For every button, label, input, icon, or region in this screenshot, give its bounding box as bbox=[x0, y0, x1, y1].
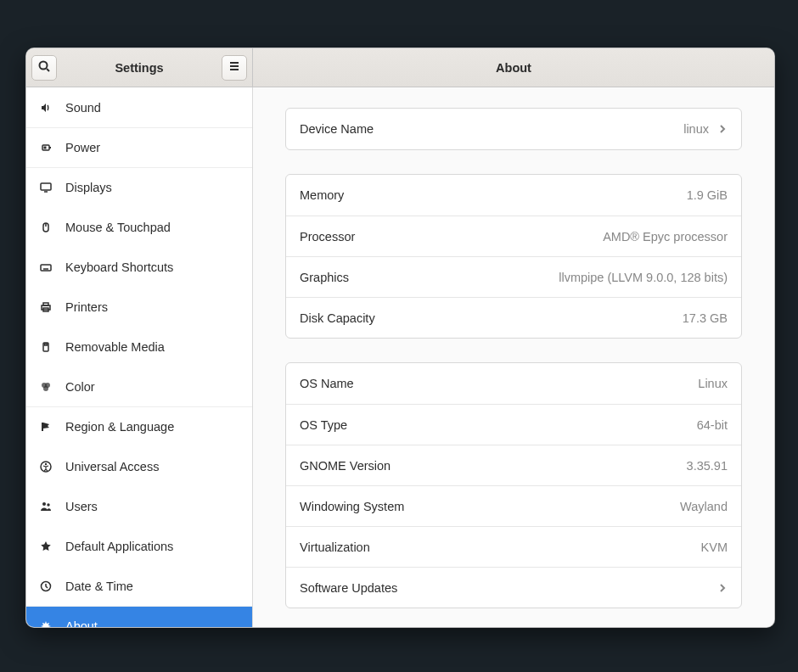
sidebar-item-label: Color bbox=[65, 380, 95, 394]
default-apps-icon bbox=[38, 539, 53, 554]
sidebar-item-label: Removable Media bbox=[65, 340, 165, 354]
sidebar-item-printers[interactable]: Printers bbox=[26, 287, 252, 327]
sidebar-item-label: Displays bbox=[65, 181, 112, 194]
row-value: Linux bbox=[698, 377, 728, 390]
row-value: linux bbox=[683, 122, 709, 136]
row-value: 64-bit bbox=[697, 418, 728, 432]
graphics-row: Graphics llvmpipe (LLVM 9.0.0, 128 bits) bbox=[286, 256, 741, 297]
displays-icon bbox=[38, 180, 53, 195]
gnome-version-row: GNOME Version 3.35.91 bbox=[286, 445, 741, 485]
printers-icon bbox=[38, 300, 53, 315]
window-body: Sound Power Displays Mouse & Touchpad Ke… bbox=[26, 87, 774, 627]
chevron-right-icon bbox=[717, 583, 728, 593]
row-label: Memory bbox=[300, 188, 687, 202]
sidebar-item-power[interactable]: Power bbox=[26, 127, 252, 167]
sidebar-item-displays[interactable]: Displays bbox=[26, 167, 252, 207]
row-label: Virtualization bbox=[300, 540, 701, 554]
svg-line-1 bbox=[47, 69, 49, 71]
row-label: Windowing System bbox=[300, 500, 680, 513]
datetime-icon bbox=[38, 579, 53, 594]
sidebar-item-label: Sound bbox=[65, 101, 101, 115]
row-label: Graphics bbox=[300, 271, 559, 284]
removable-media-icon bbox=[38, 339, 53, 355]
device-name-row[interactable]: Device Name linux bbox=[286, 109, 741, 149]
row-label: OS Type bbox=[300, 418, 697, 432]
sidebar-item-label: Mouse & Touchpad bbox=[65, 221, 171, 234]
hardware-group: Memory 1.9 GiB Processor AMD® Epyc proce… bbox=[285, 174, 742, 339]
sidebar-item-removable[interactable]: Removable Media bbox=[26, 327, 252, 367]
sidebar[interactable]: Sound Power Displays Mouse & Touchpad Ke… bbox=[26, 87, 253, 627]
sidebar-item-about[interactable]: About bbox=[26, 606, 252, 627]
headerbar-sidebar: Settings bbox=[26, 48, 253, 87]
sidebar-title: Settings bbox=[26, 61, 252, 75]
row-value: KVM bbox=[701, 540, 728, 554]
row-value: AMD® Epyc processor bbox=[603, 230, 728, 244]
power-icon bbox=[38, 140, 53, 155]
row-value: llvmpipe (LLVM 9.0.0, 128 bits) bbox=[559, 271, 728, 284]
os-name-row: OS Name Linux bbox=[286, 363, 741, 404]
sidebar-item-label: Keyboard Shortcuts bbox=[65, 260, 173, 274]
headerbar: Settings About bbox=[26, 48, 774, 87]
row-value: 1.9 GiB bbox=[687, 188, 728, 202]
content-title: About bbox=[253, 61, 774, 75]
svg-point-26 bbox=[43, 386, 48, 391]
svg-point-30 bbox=[47, 503, 49, 506]
chevron-right-icon bbox=[717, 124, 728, 134]
sidebar-item-label: Power bbox=[65, 141, 100, 154]
processor-row: Processor AMD® Epyc processor bbox=[286, 216, 741, 256]
search-icon bbox=[37, 59, 51, 76]
sidebar-item-label: Date & Time bbox=[65, 580, 133, 593]
about-content: Device Name linux Memory 1.9 GiB Process… bbox=[253, 87, 774, 627]
close-button[interactable] bbox=[742, 55, 767, 81]
software-updates-row[interactable]: Software Updates bbox=[286, 567, 741, 608]
sidebar-item-label: Universal Access bbox=[65, 460, 159, 473]
sidebar-item-label: Printers bbox=[65, 300, 108, 314]
mouse-icon bbox=[38, 220, 53, 235]
sidebar-item-accessibility[interactable]: Universal Access bbox=[26, 446, 252, 486]
disk-row: Disk Capacity 17.3 GB bbox=[286, 297, 741, 338]
virtualization-row: Virtualization KVM bbox=[286, 526, 741, 567]
windowing-row: Windowing System Wayland bbox=[286, 485, 741, 526]
sidebar-item-users[interactable]: Users bbox=[26, 486, 252, 526]
users-icon bbox=[38, 499, 53, 514]
svg-rect-8 bbox=[49, 147, 51, 148]
sound-icon bbox=[38, 100, 53, 115]
sidebar-item-mouse[interactable]: Mouse & Touchpad bbox=[26, 207, 252, 247]
settings-window: Settings About Sound bbox=[25, 48, 775, 628]
svg-point-29 bbox=[42, 502, 46, 506]
keyboard-icon bbox=[38, 260, 53, 275]
row-value: Wayland bbox=[680, 500, 728, 513]
sidebar-item-keyboard[interactable]: Keyboard Shortcuts bbox=[26, 247, 252, 287]
sidebar-item-region[interactable]: Region & Language bbox=[26, 406, 252, 446]
row-label: Processor bbox=[300, 230, 603, 244]
svg-rect-20 bbox=[43, 303, 48, 305]
accessibility-icon bbox=[38, 459, 53, 474]
sidebar-item-datetime[interactable]: Date & Time bbox=[26, 566, 252, 606]
region-icon bbox=[38, 419, 53, 434]
svg-rect-23 bbox=[45, 344, 48, 345]
menu-button[interactable] bbox=[222, 55, 247, 81]
sidebar-item-defaults[interactable]: Default Applications bbox=[26, 526, 252, 566]
sidebar-item-sound[interactable]: Sound bbox=[26, 87, 252, 127]
svg-point-28 bbox=[45, 462, 47, 464]
row-value: 17.3 GB bbox=[683, 311, 728, 325]
row-label: OS Name bbox=[300, 377, 698, 390]
color-icon bbox=[38, 379, 53, 395]
about-icon bbox=[38, 619, 53, 627]
device-group: Device Name linux bbox=[285, 108, 742, 150]
headerbar-content: About bbox=[253, 48, 774, 87]
row-label: Software Updates bbox=[300, 581, 709, 595]
sidebar-item-label: Default Applications bbox=[65, 540, 173, 553]
svg-rect-14 bbox=[41, 265, 51, 271]
svg-rect-9 bbox=[44, 147, 47, 149]
row-label: Disk Capacity bbox=[300, 311, 683, 325]
sidebar-item-label: Region & Language bbox=[65, 420, 174, 434]
sidebar-item-color[interactable]: Color bbox=[26, 367, 252, 406]
svg-rect-10 bbox=[41, 183, 51, 190]
sidebar-item-label: About bbox=[65, 619, 98, 627]
row-label: Device Name bbox=[300, 122, 683, 136]
os-type-row: OS Type 64-bit bbox=[286, 404, 741, 445]
search-button[interactable] bbox=[31, 55, 57, 81]
row-value: 3.35.91 bbox=[687, 459, 728, 473]
svg-point-0 bbox=[40, 62, 48, 70]
